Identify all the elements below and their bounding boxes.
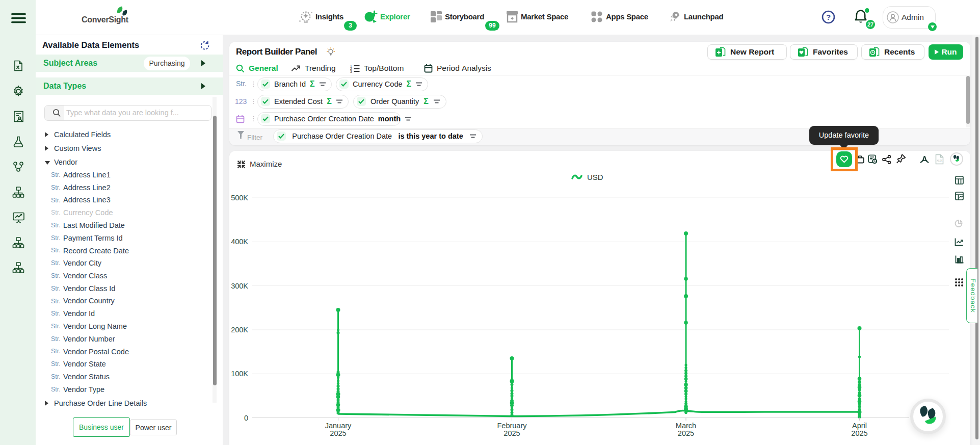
svg-text:XLSX: XLSX bbox=[937, 160, 943, 162]
svg-text:400K: 400K bbox=[231, 238, 248, 246]
svg-text:2025: 2025 bbox=[330, 429, 346, 437]
svg-text:3: 3 bbox=[350, 69, 352, 73]
svg-text:?: ? bbox=[826, 13, 831, 21]
svg-text:February: February bbox=[497, 422, 527, 430]
svg-text:2025: 2025 bbox=[678, 429, 694, 437]
svg-text:2025: 2025 bbox=[504, 429, 520, 437]
svg-text:2025: 2025 bbox=[851, 429, 867, 437]
svg-text:500K: 500K bbox=[231, 194, 248, 202]
svg-text:March: March bbox=[676, 422, 696, 430]
svg-text:January: January bbox=[325, 422, 352, 430]
svg-text:100K: 100K bbox=[231, 370, 248, 378]
svg-text:April: April bbox=[852, 422, 867, 430]
svg-text:300K: 300K bbox=[231, 282, 248, 290]
svg-text:200K: 200K bbox=[231, 326, 248, 334]
svg-text:0: 0 bbox=[244, 414, 248, 422]
